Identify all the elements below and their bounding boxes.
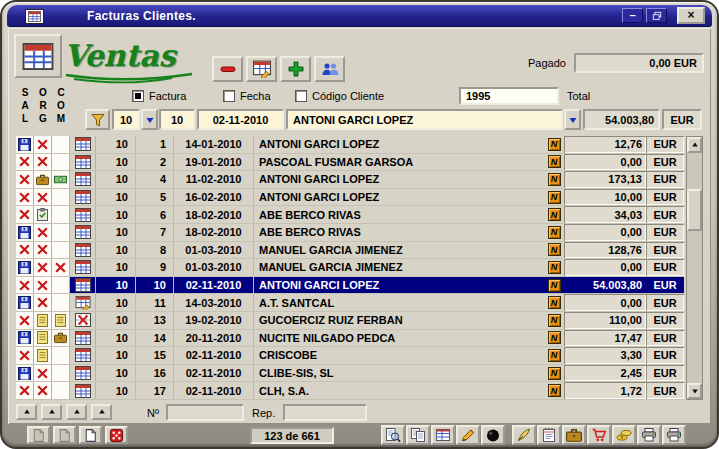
table-row[interactable]: 10 10 02-11-2010 ANTONI GARCI LOPEZ N 54…: [16, 277, 684, 295]
row-flag-cell: N: [544, 294, 564, 311]
cliente-dropdown-button[interactable]: [564, 109, 581, 130]
row-document-cell[interactable]: [70, 382, 96, 399]
row-document-cell[interactable]: [70, 330, 96, 347]
new-page-button[interactable]: [79, 426, 102, 444]
nav-prev-button[interactable]: [53, 426, 76, 444]
table-row[interactable]: 10 15 02-11-2010 CRISCOBE N 3,30 EUR: [16, 347, 684, 365]
briefcase-button[interactable]: [562, 425, 586, 445]
sort-up-button-3[interactable]: [66, 404, 87, 420]
table-row[interactable]: 10 1 14-01-2010 ANTONI GARCI LOPEZ N 12,…: [16, 136, 684, 154]
numero-input[interactable]: 10: [159, 109, 195, 130]
sign-button[interactable]: [512, 425, 536, 445]
print-alt-button[interactable]: [662, 425, 686, 445]
table-icon: [75, 243, 91, 257]
codigo-cliente-checkbox-box[interactable]: [295, 90, 307, 102]
filter-button[interactable]: [85, 109, 110, 130]
table-row[interactable]: 10 6 18-02-2010 ABE BERCO RIVAS N 34,03 …: [16, 206, 684, 224]
restore-button[interactable]: [646, 8, 667, 23]
row-document-cell[interactable]: [70, 277, 96, 294]
row-document-cell[interactable]: [70, 347, 96, 364]
row-document-cell[interactable]: [70, 206, 96, 223]
minimize-button[interactable]: –: [622, 8, 643, 23]
rep-field[interactable]: [283, 404, 367, 421]
app-icon-button[interactable]: [14, 34, 62, 78]
row-document-cell[interactable]: [70, 294, 96, 311]
row-fecha: 18-02-2010: [174, 206, 254, 223]
column-header-org: ORG: [34, 86, 52, 125]
row-document-cell[interactable]: [70, 154, 96, 171]
dice-button[interactable]: [105, 426, 128, 444]
row-document-cell[interactable]: [70, 224, 96, 241]
sort-up-button-4[interactable]: [91, 404, 112, 420]
codigo-cliente-input[interactable]: 1995: [459, 87, 559, 105]
x-icon: [36, 296, 49, 309]
row-document-cell[interactable]: [70, 365, 96, 382]
cart-button[interactable]: [587, 425, 611, 445]
row-status-cell-sal: [16, 312, 34, 329]
print-button[interactable]: [637, 425, 661, 445]
notes-button[interactable]: [537, 425, 561, 445]
factura-checkbox[interactable]: Factura: [132, 90, 186, 102]
fecha-checkbox-box[interactable]: [223, 90, 235, 102]
table-row[interactable]: 10 14 20-11-2010 NUCITE NILGADO PEDCA N …: [16, 330, 684, 348]
serie-spinner-button[interactable]: [141, 109, 158, 130]
table-row[interactable]: 10 17 02-11-2010 CLH, S.A. N 1,72 EUR: [16, 382, 684, 400]
table-pencil-icon: [75, 296, 91, 310]
pencil-icon: [460, 427, 476, 443]
title-bar[interactable]: Facturas Clientes.: [7, 5, 712, 27]
row-document-cell[interactable]: [70, 189, 96, 206]
row-status-cell-org: [34, 171, 52, 188]
scrollbar-thumb[interactable]: [687, 189, 702, 231]
numero-footer-field[interactable]: [166, 404, 244, 421]
fecha-input[interactable]: 02-11-2010: [197, 109, 284, 130]
record-status: 123 de 661: [250, 427, 334, 444]
grid-scrollbar[interactable]: [686, 136, 703, 400]
table-row[interactable]: 10 11 14-03-2010 A.T. SANTCAL N 0,00 EUR: [16, 294, 684, 312]
row-document-cell[interactable]: [70, 171, 96, 188]
table-row[interactable]: 10 9 01-03-2010 MANUEL GARCIA JIMENEZ N …: [16, 259, 684, 277]
row-document-cell[interactable]: [70, 136, 96, 153]
row-numero: 11: [136, 294, 174, 311]
row-currency: EUR: [646, 312, 684, 329]
scroll-down-button[interactable]: [687, 383, 702, 399]
scroll-up-button[interactable]: [687, 137, 702, 153]
nav-first-button[interactable]: [27, 426, 50, 444]
row-flag-cell: N: [544, 277, 564, 294]
table-row[interactable]: 10 13 19-02-2010 GUCOERCIZ RUIZ FERBAN N…: [16, 312, 684, 330]
copy-button[interactable]: [406, 425, 430, 445]
codigo-cliente-checkbox[interactable]: Código Cliente: [295, 90, 384, 102]
row-currency: EUR: [646, 224, 684, 241]
cliente-input[interactable]: ANTONI GARCI LOPEZ: [286, 109, 563, 130]
factura-checkbox-box[interactable]: [132, 90, 144, 102]
table-icon: [75, 190, 91, 204]
sort-up-button-2[interactable]: [41, 404, 62, 420]
close-button[interactable]: ×: [677, 7, 705, 24]
row-document-cell[interactable]: [70, 259, 96, 276]
add-invoice-button[interactable]: [280, 56, 311, 82]
table-row[interactable]: 10 8 01-03-2010 MANUEL GARCIA JIMENEZ N …: [16, 242, 684, 260]
save-icon: [18, 261, 31, 274]
table-row[interactable]: 10 16 02-11-2010 CLIBE-SIS, SL N 2,45 EU…: [16, 365, 684, 383]
row-document-cell[interactable]: [70, 242, 96, 259]
row-fecha: 02-11-2010: [174, 365, 254, 382]
pagado-field[interactable]: 0,00 EUR: [574, 53, 704, 73]
table-row[interactable]: 10 4 11-02-2010 ANTONI GARCI LOPEZ N 173…: [16, 171, 684, 189]
row-status-cell-sal: [16, 206, 34, 223]
sphere-button[interactable]: [481, 425, 505, 445]
clients-button[interactable]: [314, 56, 345, 82]
sort-up-button-1[interactable]: [16, 404, 37, 420]
total-field[interactable]: 54.003,80: [583, 109, 660, 130]
search-button[interactable]: [381, 425, 405, 445]
fecha-checkbox[interactable]: Fecha: [223, 90, 271, 102]
table-row[interactable]: 10 7 18-02-2010 ABE BERCO RIVAS N 0,00 E…: [16, 224, 684, 242]
table-row[interactable]: 10 2 19-01-2010 PASCOAL FUSMAR GARSOA N …: [16, 154, 684, 172]
remove-invoice-button[interactable]: [212, 56, 243, 82]
table-row[interactable]: 10 5 16-02-2010 ANTONI GARCI LOPEZ N 10,…: [16, 189, 684, 207]
serie-input[interactable]: 10: [112, 109, 140, 130]
row-document-cell[interactable]: [70, 312, 96, 329]
edit-button[interactable]: [456, 425, 480, 445]
edit-list-button[interactable]: [246, 56, 277, 82]
grid-doc-button[interactable]: [431, 425, 455, 445]
invoices-table: 10 1 14-01-2010 ANTONI GARCI LOPEZ N 12,…: [16, 136, 684, 400]
money-button[interactable]: [612, 425, 636, 445]
